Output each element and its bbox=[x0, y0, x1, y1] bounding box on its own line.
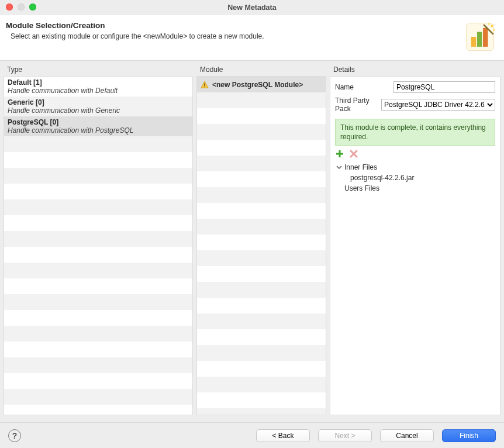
details-panel: Name Third Party Pack PostgreSQL JDBC Dr… bbox=[330, 76, 500, 415]
name-field[interactable] bbox=[393, 81, 495, 93]
wizard-footer: ? < Back Next > Cancel Finish bbox=[0, 422, 504, 448]
type-item-desc: Handle communication with Generic bbox=[8, 106, 189, 115]
type-column: Type Default [1]Handle communication wit… bbox=[4, 63, 193, 415]
type-item-desc: Handle communication with PostgreSQL bbox=[8, 126, 189, 135]
empty-row bbox=[197, 266, 326, 282]
module-column: Module <new PostgreSQL Module> bbox=[196, 63, 326, 415]
type-list[interactable]: Default [1]Handle communication with Def… bbox=[4, 76, 193, 415]
wizard-subtitle: Select an existing module or configure t… bbox=[6, 32, 264, 40]
empty-row bbox=[4, 310, 192, 326]
module-column-header: Module bbox=[196, 63, 326, 76]
empty-row bbox=[197, 124, 326, 140]
empty-row bbox=[197, 187, 326, 203]
wizard-icon bbox=[464, 21, 496, 53]
module-item-label: <new PostgreSQL Module> bbox=[212, 81, 303, 89]
svg-rect-3 bbox=[483, 28, 488, 47]
empty-row bbox=[197, 313, 326, 329]
empty-row bbox=[4, 152, 192, 168]
warning-icon bbox=[201, 81, 209, 89]
files-tree[interactable]: Inner Files postgresql-42.2.6.jar Users … bbox=[335, 162, 495, 194]
empty-row bbox=[4, 168, 192, 184]
type-list-item[interactable]: Default [1]Handle communication with Def… bbox=[4, 77, 192, 97]
empty-row bbox=[197, 203, 326, 219]
empty-row bbox=[197, 156, 326, 171]
next-button: Next > bbox=[318, 429, 372, 442]
empty-row bbox=[4, 184, 192, 199]
empty-row bbox=[197, 345, 326, 361]
empty-row bbox=[197, 361, 326, 377]
close-window-button[interactable] bbox=[6, 4, 13, 11]
cancel-button[interactable]: Cancel bbox=[380, 429, 434, 442]
empty-row bbox=[4, 373, 192, 389]
type-list-item[interactable]: PostgreSQL [0]Handle communication with … bbox=[4, 116, 192, 136]
zoom-window-button[interactable] bbox=[29, 4, 36, 11]
empty-row bbox=[4, 326, 192, 342]
tree-node-label: Inner Files bbox=[344, 163, 377, 171]
svg-point-5 bbox=[491, 25, 493, 27]
svg-point-6 bbox=[488, 23, 490, 25]
wizard-header: Module Selection/Creation Select an exis… bbox=[0, 15, 504, 61]
plus-icon bbox=[336, 150, 344, 158]
empty-row bbox=[4, 389, 192, 405]
svg-rect-2 bbox=[477, 32, 482, 47]
type-item-desc: Handle communication with Default bbox=[8, 87, 189, 95]
empty-row bbox=[4, 215, 192, 231]
titlebar: New Metadata bbox=[0, 0, 504, 15]
third-party-pack-label: Third Party Pack bbox=[335, 97, 381, 113]
svg-point-7 bbox=[493, 29, 495, 31]
empty-row bbox=[4, 357, 192, 373]
x-icon bbox=[350, 150, 358, 158]
help-button[interactable]: ? bbox=[8, 429, 21, 442]
empty-row bbox=[197, 235, 326, 250]
empty-row bbox=[4, 231, 192, 247]
module-list[interactable]: <new PostgreSQL Module> bbox=[196, 76, 326, 415]
svg-rect-11 bbox=[336, 153, 343, 155]
chevron-down-icon bbox=[336, 164, 342, 170]
tree-node-inner-files[interactable]: Inner Files bbox=[335, 162, 495, 173]
window-title: New Metadata bbox=[227, 4, 276, 12]
minimize-window-button bbox=[18, 4, 25, 11]
wizard-title: Module Selection/Creation bbox=[6, 21, 264, 30]
empty-row bbox=[4, 294, 192, 310]
finish-button[interactable]: Finish bbox=[442, 429, 496, 442]
empty-row bbox=[4, 342, 192, 357]
window-controls bbox=[6, 4, 36, 11]
empty-row bbox=[197, 250, 326, 266]
name-label: Name bbox=[335, 83, 393, 91]
wizard-body: Type Default [1]Handle communication wit… bbox=[0, 61, 504, 418]
empty-row bbox=[197, 219, 326, 235]
details-column-header: Details bbox=[330, 63, 500, 76]
empty-row bbox=[4, 136, 192, 152]
type-item-title: Generic [0] bbox=[8, 98, 189, 106]
type-item-title: Default [1] bbox=[8, 78, 189, 87]
back-button[interactable]: < Back bbox=[256, 429, 310, 442]
add-file-button[interactable] bbox=[335, 149, 344, 158]
question-icon: ? bbox=[12, 431, 18, 440]
empty-row bbox=[4, 278, 192, 294]
details-column: Details Name Third Party Pack PostgreSQL… bbox=[330, 63, 500, 415]
empty-row bbox=[197, 298, 326, 313]
svg-rect-8 bbox=[204, 83, 205, 85]
remove-file-button[interactable] bbox=[349, 149, 358, 158]
type-list-item[interactable]: Generic [0]Handle communication with Gen… bbox=[4, 97, 192, 116]
empty-row bbox=[197, 392, 326, 408]
empty-row bbox=[4, 263, 192, 278]
empty-row bbox=[197, 377, 326, 392]
empty-row bbox=[197, 329, 326, 345]
empty-row bbox=[4, 247, 192, 263]
empty-row bbox=[197, 282, 326, 298]
tree-leaf[interactable]: postgresql-42.2.6.jar bbox=[349, 173, 495, 183]
empty-row bbox=[4, 405, 192, 415]
tree-leaf-label: postgresql-42.2.6.jar bbox=[350, 174, 414, 182]
module-list-item[interactable]: <new PostgreSQL Module> bbox=[197, 77, 326, 92]
svg-rect-1 bbox=[471, 37, 476, 47]
empty-row bbox=[197, 408, 326, 415]
tree-node-users-files[interactable]: Users Files bbox=[335, 183, 495, 194]
svg-rect-9 bbox=[204, 86, 205, 87]
third-party-pack-select[interactable]: PostgreSQL JDBC Driver 42.2.6 bbox=[381, 99, 495, 111]
empty-row bbox=[4, 199, 192, 215]
empty-row bbox=[197, 92, 326, 108]
empty-row bbox=[197, 171, 326, 187]
type-column-header: Type bbox=[4, 63, 193, 76]
status-message: This module is complete, it contains eve… bbox=[335, 119, 495, 146]
